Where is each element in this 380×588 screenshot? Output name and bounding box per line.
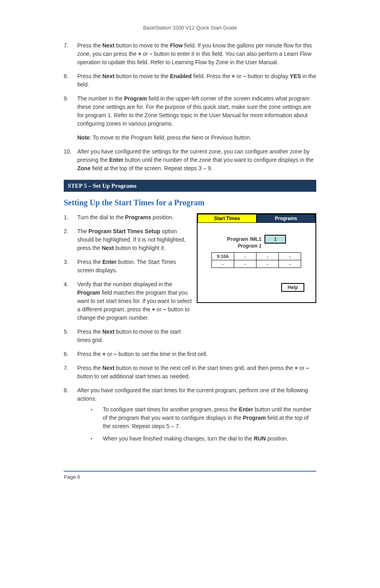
step-number: 4. <box>64 280 77 322</box>
step-8: 8. Press the Next button to move to the … <box>64 72 316 89</box>
prog-step-3: 3. Press the Enter button. The Start Tim… <box>64 258 193 275</box>
bullet-2: When you have finished making changes, t… <box>77 435 316 443</box>
bold: Enter <box>102 259 117 265</box>
program-number-field: 1 <box>264 235 286 244</box>
text: button to display <box>246 73 290 79</box>
step-9: 9. The number in the Program field in th… <box>64 94 316 128</box>
time-cell: - <box>278 260 301 268</box>
step-number: 1. <box>64 213 77 222</box>
device-screenshot-panel: Start Times Programs Program /ML1 Progra… <box>197 213 316 303</box>
text: Turn the dial to the <box>77 214 125 220</box>
text: field at the top of the screen. Repeat s… <box>90 165 212 171</box>
bold: YES <box>290 73 301 79</box>
step-number: 7. <box>64 41 77 67</box>
prog-step-4: 4. Verify that the number displayed in t… <box>64 280 193 322</box>
bold: Enter <box>109 157 123 163</box>
time-cell: - <box>212 260 234 268</box>
text: or <box>106 351 114 357</box>
bold: Program <box>124 95 147 102</box>
step-number: 2. <box>64 227 77 252</box>
bold: – <box>306 365 309 371</box>
bold: Program <box>243 415 266 421</box>
text: button to set additional start times as … <box>77 373 190 380</box>
step-body: Press the Next button to move to the Ena… <box>77 72 316 89</box>
text: button to move to the <box>114 73 170 79</box>
step-number: 8. <box>64 72 77 89</box>
step-body: After you have configured the settings f… <box>77 147 316 173</box>
step-5-banner: STEP 5 – Set Up Programs <box>64 180 316 192</box>
step-number: 5. <box>64 328 77 344</box>
bold: RUN <box>254 435 266 442</box>
bold: Next <box>102 73 114 79</box>
time-cell: - <box>234 260 257 268</box>
bold: + <box>295 365 298 371</box>
step-body: Turn the dial to the Programs position. <box>77 213 193 222</box>
step-body: Press the Next button to move to the nex… <box>77 364 316 381</box>
step-body: The Program Start Times Setup option sho… <box>77 227 193 252</box>
text: : To move to the Program field, press th… <box>90 134 251 141</box>
bold: + <box>102 351 106 357</box>
bold: Enter <box>239 406 253 413</box>
help-button: Help <box>281 283 304 292</box>
page-footer: Page 6 <box>64 471 316 481</box>
document-header: BaseStation 3200 V12 Quick Start Guide <box>64 24 316 32</box>
text: position. <box>151 214 173 220</box>
bold: Note <box>77 134 90 141</box>
text: Press the <box>77 365 102 371</box>
bold: Next <box>102 328 114 335</box>
bold: + <box>232 73 235 79</box>
time-cell: - <box>278 252 301 260</box>
bold: Next <box>102 365 114 371</box>
bold: Program Start Times Setup <box>88 228 160 234</box>
program-selector-row: Program /ML1 Program 1 1 <box>205 235 308 250</box>
step-10: 10. After you have configured the settin… <box>64 147 316 173</box>
step-number: 6. <box>64 350 77 358</box>
step-body: The number in the Program field in the u… <box>77 94 316 128</box>
prog-step-8: 8. After you have configured the start t… <box>64 386 316 447</box>
bold: Enabled <box>170 73 192 79</box>
bold: + <box>138 51 141 57</box>
prog-step-5: 5. Press the Next button to move to the … <box>64 328 193 344</box>
text: Press the <box>77 328 102 335</box>
time-cell: - <box>256 252 279 260</box>
time-cell: - <box>256 260 279 268</box>
start-times-grid: 9:10A - - - - - - - <box>212 253 301 268</box>
text: When you have finished making changes, t… <box>103 435 254 442</box>
bold: – <box>243 73 246 79</box>
text: Press the <box>77 259 102 265</box>
text: position. <box>266 435 288 442</box>
step-number: 10. <box>64 147 77 173</box>
text: or <box>155 306 163 313</box>
text: or <box>235 73 243 79</box>
step-body: After you have configured the start time… <box>77 386 316 447</box>
step-7: 7. Press the Next button to move to the … <box>64 41 316 67</box>
step-body: Press the Enter button. The Start Times … <box>77 258 193 275</box>
prog-step-2: 2. The Program Start Times Setup option … <box>64 227 193 252</box>
text: The <box>77 228 88 234</box>
text: The number in the <box>77 95 124 102</box>
bold: – <box>163 306 166 313</box>
section-heading-start-times: Setting Up the Start Times for a Program <box>64 197 316 208</box>
time-cell: - <box>234 252 257 260</box>
step-body: Press the Next button to move to the sta… <box>77 328 193 344</box>
prog-step-6: 6. Press the + or – button to set the ti… <box>64 350 316 358</box>
program-sublabel: Program 1 <box>227 242 262 250</box>
bold: – <box>149 51 153 57</box>
text: field. Press the <box>192 73 231 79</box>
prog-step-7: 7. Press the Next button to move to the … <box>64 364 316 381</box>
bold: Programs <box>125 214 151 220</box>
text: Press the <box>77 73 102 79</box>
text: or <box>141 51 149 57</box>
note-step-9: Note: To move to the Program field, pres… <box>77 134 316 142</box>
prog-step-1: 1. Turn the dial to the Programs positio… <box>64 213 193 222</box>
time-cell: 9:10A <box>212 252 234 260</box>
step-number: 7. <box>64 364 77 381</box>
text: button until the number of the zone that… <box>123 157 313 163</box>
tab-start-times: Start Times <box>198 214 257 223</box>
tab-programs: Programs <box>257 214 315 223</box>
step-number: 8. <box>64 386 77 447</box>
bold: Program <box>77 289 100 296</box>
text: button to highlight it. <box>114 245 165 251</box>
step-body: Press the Next button to move to the Flo… <box>77 41 316 67</box>
step-body: Press the + or – button to set the time … <box>77 350 316 358</box>
